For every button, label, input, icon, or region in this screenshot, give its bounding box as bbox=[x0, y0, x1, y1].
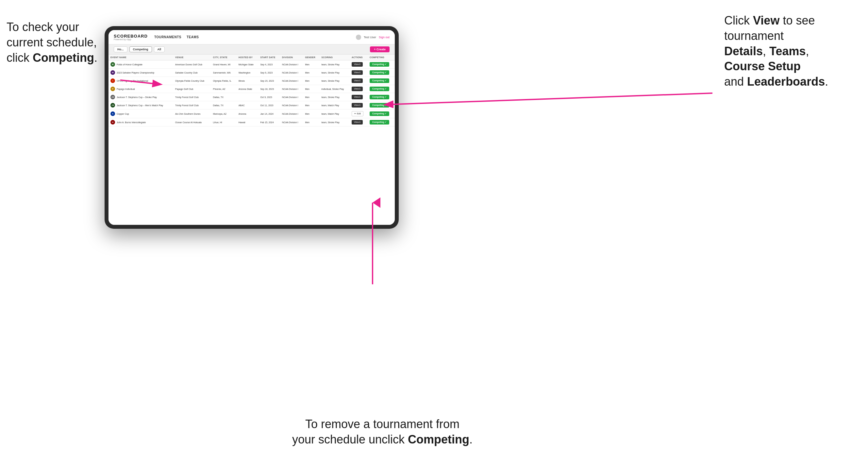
view-button[interactable]: View ℹ bbox=[352, 62, 363, 67]
cell-gender: Men bbox=[303, 60, 319, 69]
cell-city: Grand Haven, MI bbox=[211, 60, 237, 69]
event-name-text: Jackson T. Stephens Cup – Stroke Play bbox=[117, 96, 157, 98]
scoreboard-logo: SCOREBOARD Powered by clipp bbox=[114, 34, 148, 40]
sign-out-link[interactable]: Sign out bbox=[379, 36, 390, 39]
cell-start: Sep 4, 2023 bbox=[258, 60, 280, 69]
cell-scoring: team, Stroke Play bbox=[319, 93, 350, 101]
cell-start: Oct 11, 2023 bbox=[258, 101, 280, 110]
cell-venue: Olympia Fields Country Club bbox=[173, 77, 211, 85]
team-logo: JS bbox=[111, 95, 115, 99]
col-scoring: SCORING bbox=[319, 55, 350, 60]
cell-division: NCAA Division I bbox=[280, 77, 303, 85]
competing-button[interactable]: Competing ✓ bbox=[370, 70, 390, 75]
event-name-text: Folds of Honor Collegiate bbox=[117, 63, 143, 66]
team-logo: H bbox=[111, 120, 115, 125]
filter-competing-btn[interactable]: Competing bbox=[129, 46, 152, 52]
view-button[interactable]: View ℹ bbox=[352, 95, 363, 99]
cell-scoring: team, Stroke Play bbox=[319, 118, 350, 126]
cell-hosted: Arizona State bbox=[237, 85, 258, 93]
cell-hosted: ABAC bbox=[237, 101, 258, 110]
view-button[interactable]: View ℹ bbox=[352, 87, 363, 91]
cell-scoring: team, Stroke Play bbox=[319, 69, 350, 77]
col-competing: COMPETING bbox=[368, 55, 395, 60]
cell-competing: Competing ✓ bbox=[368, 101, 395, 110]
col-event-name: EVENT NAME bbox=[108, 55, 173, 60]
logo-sub: Powered by clipp bbox=[114, 38, 148, 40]
nav-teams[interactable]: TEAMS bbox=[187, 35, 199, 39]
cell-actions: ✏ Edit bbox=[350, 110, 368, 118]
cell-venue: Papago Golf Club bbox=[173, 85, 211, 93]
cell-competing: Competing ✓ bbox=[368, 69, 395, 77]
view-button[interactable]: View ℹ bbox=[352, 103, 363, 107]
cell-start: Oct 9, 2023 bbox=[258, 93, 280, 101]
col-city: CITY, STATE bbox=[211, 55, 237, 60]
cell-scoring: team, Stroke Play bbox=[319, 60, 350, 69]
filter-home-btn[interactable]: Ho... bbox=[114, 46, 127, 52]
cell-start: Sep 18, 2023 bbox=[258, 85, 280, 93]
cell-event-name: JS Jackson T. Stephens Cup – Stroke Play bbox=[108, 93, 173, 101]
cell-hosted: Michigan State bbox=[237, 60, 258, 69]
cell-gender: Men bbox=[303, 69, 319, 77]
team-logo: P bbox=[111, 87, 115, 91]
filter-bar: Ho... Competing All + Create bbox=[108, 44, 395, 55]
event-name-text: OFCC Fighting Illini Invitational bbox=[117, 80, 148, 82]
cell-venue: Ak-Chin Southern Dunes bbox=[173, 110, 211, 118]
edit-button[interactable]: ✏ Edit bbox=[352, 111, 364, 116]
tablet-screen: SCOREBOARD Powered by clipp TOURNAMENTS … bbox=[108, 30, 395, 225]
cell-city: Dallas, TX bbox=[211, 93, 237, 101]
event-name-text: Papago Individual bbox=[117, 88, 135, 90]
cell-competing: Competing ✓ bbox=[368, 93, 395, 101]
filter-all-btn[interactable]: All bbox=[154, 46, 165, 52]
competing-button[interactable]: Competing ✓ bbox=[370, 62, 390, 67]
cell-actions: View ℹ bbox=[350, 85, 368, 93]
competing-button[interactable]: Competing ✓ bbox=[370, 79, 390, 83]
competing-button[interactable]: Competing ✓ bbox=[370, 120, 390, 125]
table-row: M Folds of Honor Collegiate American Dun… bbox=[108, 60, 395, 69]
cell-gender: Men bbox=[303, 101, 319, 110]
view-button[interactable]: View ℹ bbox=[352, 79, 363, 83]
user-icon bbox=[356, 35, 361, 40]
cell-division: NCAA Division I bbox=[280, 60, 303, 69]
competing-button[interactable]: Competing ✓ bbox=[370, 112, 390, 116]
cell-competing: Competing ✓ bbox=[368, 110, 395, 118]
cell-scoring: individual, Stroke Play bbox=[319, 85, 350, 93]
event-name-text: John A. Burns Intercollegiate bbox=[117, 121, 146, 124]
cell-event-name: JS Jackson T. Stephens Cup – Men's Match… bbox=[108, 101, 173, 110]
col-hosted: HOSTED BY bbox=[237, 55, 258, 60]
cell-division: NCAA Division I bbox=[280, 110, 303, 118]
cell-hosted: Washington bbox=[237, 69, 258, 77]
cell-city: Lihue, HI bbox=[211, 118, 237, 126]
nav-tournaments[interactable]: TOURNAMENTS bbox=[154, 35, 181, 39]
table-row: JS Jackson T. Stephens Cup – Men's Match… bbox=[108, 101, 395, 110]
view-button[interactable]: View ℹ bbox=[352, 70, 363, 75]
competing-button[interactable]: Competing ✓ bbox=[370, 95, 390, 99]
nav-right: Test User Sign out bbox=[356, 35, 390, 40]
competing-button[interactable]: Competing ✓ bbox=[370, 103, 390, 107]
cell-actions: View ℹ bbox=[350, 101, 368, 110]
table-row: H John A. Burns Intercollegiate Ocean Co… bbox=[108, 118, 395, 126]
logo-title: SCOREBOARD bbox=[114, 34, 148, 38]
table-row: I OFCC Fighting Illini Invitational Olym… bbox=[108, 77, 395, 85]
cell-scoring: team, Match Play bbox=[319, 110, 350, 118]
cell-division: NCAA Division I bbox=[280, 69, 303, 77]
cell-actions: View ℹ bbox=[350, 77, 368, 85]
cell-division: NCAA Division I bbox=[280, 118, 303, 126]
cell-city: Olympia Fields, IL bbox=[211, 77, 237, 85]
event-name-text: Copper Cup bbox=[117, 113, 129, 115]
cell-division: NCAA Division I bbox=[280, 85, 303, 93]
cell-hosted: Illinois bbox=[237, 77, 258, 85]
cell-division: NCAA Division I bbox=[280, 93, 303, 101]
annotation-top-right: Click View to see tournament Details, Te… bbox=[724, 13, 862, 90]
competing-button[interactable]: Competing ✓ bbox=[370, 87, 390, 91]
cell-actions: View ℹ bbox=[350, 118, 368, 126]
view-button[interactable]: View ℹ bbox=[352, 120, 363, 125]
create-button[interactable]: + Create bbox=[370, 46, 390, 52]
cell-venue: Sahalee Country Club bbox=[173, 69, 211, 77]
team-logo: I bbox=[111, 79, 115, 83]
cell-competing: Competing ✓ bbox=[368, 60, 395, 69]
cell-gender: Men bbox=[303, 118, 319, 126]
cell-venue: Trinity Forest Golf Club bbox=[173, 101, 211, 110]
col-actions: ACTIONS bbox=[350, 55, 368, 60]
cell-scoring: team, Match Play bbox=[319, 101, 350, 110]
tournaments-table: EVENT NAME VENUE CITY, STATE HOSTED BY S… bbox=[108, 55, 395, 126]
